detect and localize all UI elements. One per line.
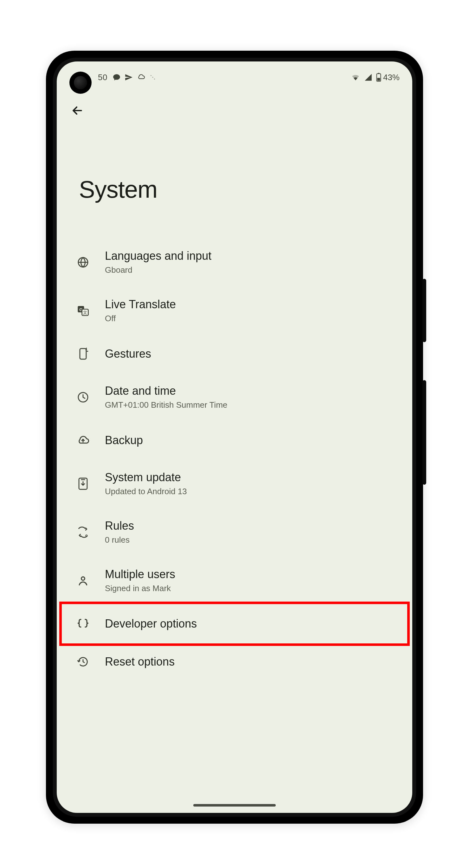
power-button[interactable] (422, 279, 426, 342)
row-title: Languages and input (105, 249, 211, 262)
status-time: 50 (98, 72, 108, 82)
row-texts: Multiple usersSigned in as Mark (105, 566, 175, 595)
row-title: System update (105, 471, 187, 484)
battery-icon (376, 73, 381, 82)
status-right: 43% (351, 72, 400, 82)
title-area: System (57, 122, 412, 238)
settings-row-reset-options[interactable]: Reset options (63, 643, 406, 681)
front-camera (69, 71, 92, 94)
row-title: Live Translate (105, 298, 176, 311)
row-texts: Backup (105, 432, 143, 449)
sync-icon (149, 74, 156, 81)
globe-icon (76, 255, 90, 270)
cloud-icon (137, 74, 145, 81)
send-icon (124, 73, 133, 82)
row-title: Multiple users (105, 568, 175, 581)
braces-icon (76, 617, 90, 631)
clock-icon (76, 390, 90, 405)
back-button[interactable] (66, 99, 88, 122)
svg-text:文: 文 (83, 310, 87, 315)
nav-handle[interactable] (193, 804, 276, 807)
svg-rect-11 (80, 348, 86, 359)
screen: 50 (57, 61, 412, 813)
phone-inner-bezel: 50 (53, 58, 416, 817)
row-title: Gestures (105, 347, 151, 361)
svg-point-0 (151, 75, 151, 76)
row-title: Developer options (105, 617, 197, 630)
gesture-phone-icon (76, 347, 90, 361)
battery-percent: 43% (383, 72, 400, 82)
row-texts: Reset options (105, 653, 175, 670)
history-icon (76, 654, 90, 669)
row-subtitle: Updated to Android 13 (105, 487, 187, 496)
settings-row-gestures[interactable]: Gestures (63, 335, 406, 373)
settings-list: Languages and inputGboardG文Live Translat… (57, 238, 412, 681)
volume-button[interactable] (422, 380, 426, 485)
chat-icon (113, 73, 121, 82)
svg-point-15 (86, 535, 87, 536)
svg-rect-4 (378, 73, 379, 74)
row-texts: Rules0 rules (105, 517, 134, 547)
phone-download-icon (76, 476, 90, 491)
settings-row-backup[interactable]: Backup (63, 421, 406, 459)
row-subtitle: 0 rules (105, 535, 134, 545)
page-title: System (79, 176, 390, 203)
row-subtitle: Off (105, 314, 176, 323)
row-texts: Languages and inputGboard (105, 247, 211, 277)
row-texts: System updateUpdated to Android 13 (105, 469, 187, 498)
row-texts: Date and timeGMT+01:00 British Summer Ti… (105, 382, 228, 412)
arrow-left-icon (70, 103, 84, 118)
wifi-icon (351, 73, 360, 81)
row-texts: Gestures (105, 345, 151, 363)
rules-icon (76, 525, 90, 539)
settings-row-rules[interactable]: Rules0 rules (63, 508, 406, 556)
settings-row-system-update[interactable]: System updateUpdated to Android 13 (63, 459, 406, 508)
svg-point-2 (154, 79, 155, 80)
row-title: Reset options (105, 655, 175, 669)
svg-point-16 (82, 577, 85, 580)
settings-row-date-and-time[interactable]: Date and timeGMT+01:00 British Summer Ti… (63, 373, 406, 421)
cellular-icon (364, 73, 372, 81)
row-texts: Live TranslateOff (105, 296, 176, 326)
row-title: Backup (105, 434, 143, 447)
translate-icon: G文 (76, 304, 90, 318)
phone-frame: 50 (46, 51, 423, 824)
cloud-up-icon (76, 433, 90, 447)
row-texts: Developer options (105, 615, 197, 632)
settings-row-multiple-users[interactable]: Multiple usersSigned in as Mark (63, 556, 406, 605)
settings-row-developer-options[interactable]: Developer options (63, 605, 406, 643)
row-subtitle: Signed in as Mark (105, 584, 175, 593)
row-subtitle: Gboard (105, 265, 211, 275)
svg-point-1 (152, 77, 153, 78)
app-bar (57, 93, 412, 122)
settings-row-live-translate[interactable]: G文Live TranslateOff (63, 286, 406, 335)
status-left: 50 (98, 72, 156, 82)
status-bar: 50 (57, 61, 412, 93)
svg-rect-5 (377, 78, 380, 81)
row-title: Date and time (105, 384, 228, 398)
person-icon (76, 574, 90, 588)
settings-row-languages-and-input[interactable]: Languages and inputGboard (63, 238, 406, 286)
row-subtitle: GMT+01:00 British Summer Time (105, 400, 228, 410)
row-title: Rules (105, 519, 134, 532)
